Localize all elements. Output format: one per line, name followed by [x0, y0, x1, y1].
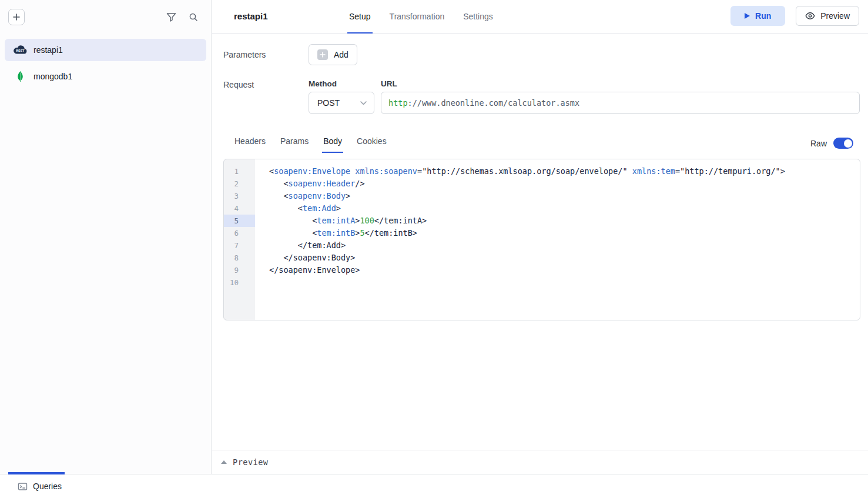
- query-header: restapi1 SetupTransformationSettings Run…: [212, 0, 868, 34]
- bottom-tab-queries[interactable]: Queries: [18, 482, 62, 492]
- body-tab-cookies[interactable]: Cookies: [356, 131, 388, 153]
- query-tabs: SetupTransformationSettings: [347, 0, 495, 34]
- plus-icon: [12, 13, 21, 21]
- header-actions: Run Preview: [730, 6, 859, 26]
- query-list-item-restapi1[interactable]: RESTrestapi1: [5, 39, 206, 61]
- code-line-content: </soapenv:Envelope>: [255, 264, 360, 276]
- parameters-label: Parameters: [223, 50, 309, 59]
- sidebar-toolbar-icons: [166, 12, 198, 22]
- body-tab-params[interactable]: Params: [279, 131, 310, 153]
- code-line-2[interactable]: 2 <soapenv:Header/>: [224, 178, 860, 190]
- url-input[interactable]: http://www.dneonline.com/calculator.asmx: [381, 92, 860, 114]
- code-line-content: [255, 276, 269, 289]
- line-number: 9: [224, 264, 255, 276]
- bottom-tab-queries-label: Queries: [33, 482, 62, 491]
- code-line-1[interactable]: 1<soapenv:Envelope xmlns:soapenv="http:/…: [224, 165, 860, 178]
- code-line-4[interactable]: 4 <tem:Add>: [224, 202, 860, 215]
- preview-button-label: Preview: [820, 11, 850, 21]
- query-item-label: mongodb1: [33, 72, 72, 81]
- line-number: 2: [224, 178, 255, 190]
- code-line-9[interactable]: 9</soapenv:Envelope>: [224, 264, 860, 276]
- code-line-6[interactable]: 6 <tem:intB>5</tem:intB>: [224, 227, 860, 239]
- url-label: URL: [381, 79, 397, 88]
- line-number: 6: [224, 227, 255, 239]
- query-item-label: restapi1: [33, 45, 63, 55]
- sidebar: RESTrestapi1mongodb1: [0, 0, 212, 474]
- active-tab-indicator: [8, 472, 65, 474]
- chevron-down-icon: [360, 101, 367, 105]
- main-panel: restapi1 SetupTransformationSettings Run…: [212, 0, 868, 474]
- body-tab-headers[interactable]: Headers: [233, 131, 267, 153]
- raw-toggle-group: Raw: [810, 138, 853, 149]
- preview-panel-toggle[interactable]: Preview: [212, 450, 868, 474]
- add-parameter-label: Add: [334, 50, 348, 59]
- code-line-content: <soapenv:Header/>: [255, 178, 365, 190]
- query-list: RESTrestapi1mongodb1: [0, 34, 211, 96]
- line-number: 3: [224, 190, 255, 202]
- line-number: 8: [224, 252, 255, 264]
- search-icon[interactable]: [189, 12, 198, 22]
- eye-icon: [805, 12, 815, 20]
- line-number: 10: [224, 276, 255, 289]
- method-selected-value: POST: [317, 98, 340, 108]
- body-tab-body[interactable]: Body: [322, 131, 343, 153]
- chevron-up-icon: [221, 460, 227, 464]
- app-root: RESTrestapi1mongodb1 restapi1 SetupTrans…: [0, 0, 868, 498]
- sidebar-toolbar: [0, 0, 211, 34]
- svg-text:REST: REST: [16, 49, 25, 52]
- queries-icon: [18, 482, 28, 492]
- parameters-row: Parameters Add: [223, 44, 357, 65]
- play-icon: [745, 13, 750, 19]
- code-line-5[interactable]: 5 <tem:intA>100</tem:intA>: [224, 215, 860, 227]
- query-list-item-mongodb1[interactable]: mongodb1: [5, 65, 206, 88]
- preview-button[interactable]: Preview: [796, 6, 859, 26]
- request-body-tabs: HeadersParamsBodyCookies: [233, 131, 388, 153]
- code-line-content: </tem:Add>: [255, 239, 346, 252]
- tab-settings[interactable]: Settings: [461, 0, 495, 34]
- code-line-content: <soapenv:Body>: [255, 190, 350, 202]
- mongodb-icon: [13, 71, 27, 82]
- code-line-8[interactable]: 8 </soapenv:Body>: [224, 252, 860, 264]
- request-label: Request: [223, 80, 254, 89]
- filter-icon[interactable]: [166, 12, 176, 22]
- code-line-content: </soapenv:Body>: [255, 252, 355, 264]
- code-line-content: <soapenv:Envelope xmlns:soapenv="http://…: [255, 165, 785, 178]
- line-number: 5: [224, 215, 255, 227]
- raw-toggle[interactable]: [833, 138, 853, 149]
- rest-api-icon: REST: [13, 45, 27, 55]
- run-button[interactable]: Run: [730, 6, 785, 26]
- method-label: Method: [309, 79, 337, 88]
- code-line-content: <tem:Add>: [255, 202, 341, 215]
- query-title: restapi1: [234, 11, 268, 21]
- raw-label: Raw: [810, 139, 827, 148]
- plus-icon: [317, 49, 328, 60]
- code-line-3[interactable]: 3 <soapenv:Body>: [224, 190, 860, 202]
- method-select[interactable]: POST: [309, 92, 374, 114]
- run-button-label: Run: [755, 11, 771, 21]
- preview-panel-label: Preview: [233, 457, 268, 467]
- new-query-button[interactable]: [8, 9, 25, 25]
- add-parameter-button[interactable]: Add: [309, 44, 357, 65]
- tab-transformation[interactable]: Transformation: [388, 0, 447, 34]
- tab-setup[interactable]: Setup: [347, 0, 373, 34]
- bottom-bar: Queries: [0, 474, 868, 498]
- line-number: 4: [224, 202, 255, 215]
- code-line-content: <tem:intA>100</tem:intA>: [255, 215, 427, 227]
- code-line-7[interactable]: 7 </tem:Add>: [224, 239, 860, 252]
- line-number: 7: [224, 239, 255, 252]
- toggle-knob: [844, 139, 852, 148]
- line-number: 1: [224, 165, 255, 178]
- code-line-10[interactable]: 10: [224, 276, 860, 289]
- body-code-editor[interactable]: 1<soapenv:Envelope xmlns:soapenv="http:/…: [223, 159, 860, 320]
- code-line-content: <tem:intB>5</tem:intB>: [255, 227, 417, 239]
